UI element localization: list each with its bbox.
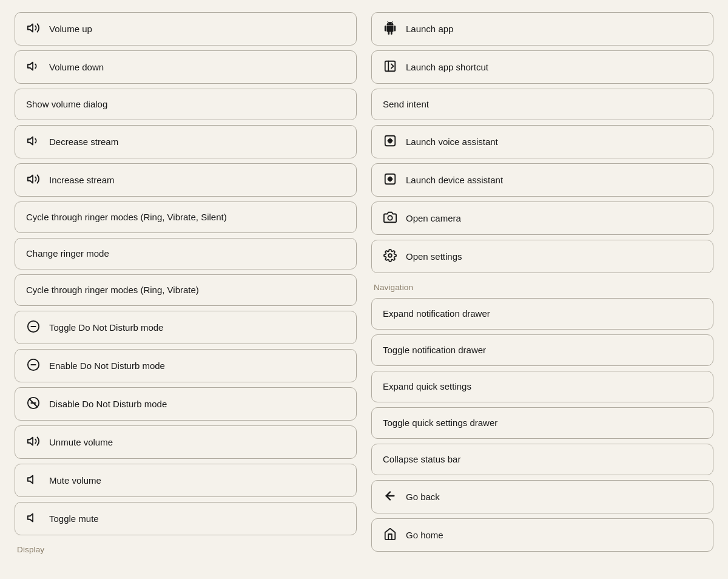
volume-up-button[interactable]: Volume up bbox=[15, 12, 357, 46]
camera-icon bbox=[383, 211, 397, 226]
display-section-label: Display bbox=[17, 545, 354, 554]
volume-down-button[interactable]: Volume down bbox=[15, 50, 357, 84]
expand-quick-settings-button[interactable]: Expand quick settings bbox=[371, 371, 713, 402]
disable-dnd-button[interactable]: Disable Do Not Disturb mode bbox=[15, 387, 357, 421]
send-intent-label: Send intent bbox=[383, 98, 429, 110]
toggle-quick-settings-drawer-button[interactable]: Toggle quick settings drawer bbox=[371, 407, 713, 439]
toggle-dnd-button[interactable]: Toggle Do Not Disturb mode bbox=[15, 311, 357, 344]
device-assistant-icon bbox=[383, 172, 397, 188]
decrease-stream-button[interactable]: Decrease stream bbox=[15, 125, 357, 158]
mute-volume-label: Mute volume bbox=[49, 475, 101, 487]
launch-voice-assistant-label: Launch voice assistant bbox=[406, 136, 498, 148]
show-volume-dialog-label: Show volume dialog bbox=[26, 98, 107, 110]
launch-shortcut-icon bbox=[383, 59, 397, 75]
go-home-label: Go home bbox=[406, 529, 443, 541]
increase-stream-button[interactable]: Increase stream bbox=[15, 163, 357, 197]
change-ringer-mode-button[interactable]: Change ringer mode bbox=[15, 238, 357, 269]
svg-marker-2 bbox=[28, 137, 33, 145]
main-layout: Volume up Volume down Show volume dialog bbox=[15, 12, 713, 560]
increase-stream-icon bbox=[26, 172, 41, 188]
volume-down-label: Volume down bbox=[49, 61, 104, 73]
svg-marker-13 bbox=[28, 514, 33, 522]
volume-down-icon bbox=[26, 59, 41, 75]
svg-marker-1 bbox=[28, 63, 33, 70]
settings-icon bbox=[383, 249, 397, 264]
cycle-ringer-all-button[interactable]: Cycle through ringer modes (Ring, Vibrat… bbox=[15, 201, 357, 233]
android-icon bbox=[383, 21, 397, 36]
launch-app-button[interactable]: Launch app bbox=[371, 12, 713, 46]
cycle-ringer-button[interactable]: Cycle through ringer modes (Ring, Vibrat… bbox=[15, 274, 357, 306]
svg-marker-11 bbox=[28, 438, 33, 445]
toggle-notification-drawer-button[interactable]: Toggle notification drawer bbox=[371, 334, 713, 366]
volume-up-icon bbox=[26, 21, 41, 36]
decrease-stream-label: Decrease stream bbox=[49, 136, 118, 148]
right-column: Launch app Launch app shortcut Send inte… bbox=[371, 12, 713, 560]
change-ringer-mode-label: Change ringer mode bbox=[26, 248, 109, 260]
disable-dnd-label: Disable Do Not Disturb mode bbox=[49, 398, 167, 410]
toggle-mute-button[interactable]: Toggle mute bbox=[15, 502, 357, 535]
left-column: Volume up Volume down Show volume dialog bbox=[15, 12, 357, 560]
go-home-button[interactable]: Go home bbox=[371, 518, 713, 552]
open-settings-label: Open settings bbox=[406, 251, 462, 263]
mute-volume-icon bbox=[26, 473, 41, 488]
open-camera-button[interactable]: Open camera bbox=[371, 201, 713, 235]
svg-marker-0 bbox=[28, 24, 33, 32]
increase-stream-label: Increase stream bbox=[49, 174, 115, 186]
go-back-label: Go back bbox=[406, 491, 440, 503]
svg-point-20 bbox=[388, 254, 392, 257]
launch-app-label: Launch app bbox=[406, 23, 453, 35]
toggle-mute-label: Toggle mute bbox=[49, 513, 99, 525]
show-volume-dialog-button[interactable]: Show volume dialog bbox=[15, 89, 357, 120]
mute-volume-button[interactable]: Mute volume bbox=[15, 464, 357, 497]
expand-notification-drawer-button[interactable]: Expand notification drawer bbox=[371, 298, 713, 330]
enable-dnd-button[interactable]: Enable Do Not Disturb mode bbox=[15, 349, 357, 382]
expand-quick-settings-label: Expand quick settings bbox=[383, 381, 471, 393]
launch-app-shortcut-button[interactable]: Launch app shortcut bbox=[371, 50, 713, 84]
unmute-volume-icon bbox=[26, 435, 41, 450]
svg-marker-3 bbox=[28, 175, 33, 183]
unmute-volume-button[interactable]: Unmute volume bbox=[15, 425, 357, 459]
enable-dnd-label: Enable Do Not Disturb mode bbox=[49, 360, 165, 372]
enable-dnd-icon bbox=[26, 358, 41, 373]
toggle-quick-settings-drawer-label: Toggle quick settings drawer bbox=[383, 417, 497, 429]
back-arrow-icon bbox=[383, 489, 397, 504]
collapse-status-bar-label: Collapse status bar bbox=[383, 453, 460, 466]
decrease-stream-icon bbox=[26, 134, 41, 149]
go-back-button[interactable]: Go back bbox=[371, 480, 713, 513]
toggle-dnd-icon bbox=[26, 320, 41, 335]
cycle-ringer-label: Cycle through ringer modes (Ring, Vibrat… bbox=[26, 284, 199, 296]
home-icon bbox=[383, 527, 397, 543]
collapse-status-bar-button[interactable]: Collapse status bar bbox=[371, 444, 713, 475]
cycle-ringer-all-label: Cycle through ringer modes (Ring, Vibrat… bbox=[26, 211, 227, 223]
open-camera-label: Open camera bbox=[406, 212, 461, 225]
launch-device-assistant-label: Launch device assistant bbox=[406, 174, 503, 186]
unmute-volume-label: Unmute volume bbox=[49, 436, 113, 449]
launch-device-assistant-button[interactable]: Launch device assistant bbox=[371, 163, 713, 197]
toggle-notification-drawer-label: Toggle notification drawer bbox=[383, 344, 486, 356]
disable-dnd-icon bbox=[26, 396, 41, 411]
svg-marker-12 bbox=[28, 476, 33, 484]
send-intent-button[interactable]: Send intent bbox=[371, 89, 713, 120]
launch-voice-assistant-button[interactable]: Launch voice assistant bbox=[371, 125, 713, 158]
volume-up-label: Volume up bbox=[49, 23, 92, 35]
expand-notification-drawer-label: Expand notification drawer bbox=[383, 308, 490, 320]
svg-point-19 bbox=[388, 215, 392, 220]
voice-assistant-icon bbox=[383, 134, 397, 149]
navigation-section-label: Navigation bbox=[374, 283, 711, 292]
toggle-mute-icon bbox=[26, 511, 41, 526]
open-settings-button[interactable]: Open settings bbox=[371, 240, 713, 273]
toggle-dnd-label: Toggle Do Not Disturb mode bbox=[49, 322, 163, 334]
launch-app-shortcut-label: Launch app shortcut bbox=[406, 61, 488, 73]
